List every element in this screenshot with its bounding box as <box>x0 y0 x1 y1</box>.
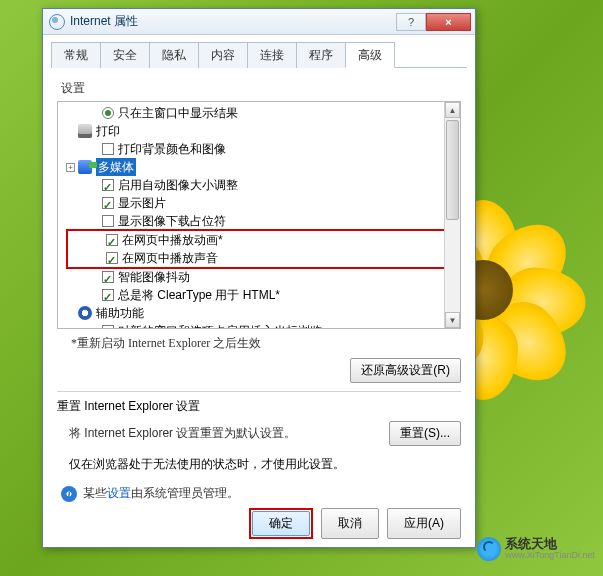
checkbox-auto-resize[interactable] <box>102 179 114 191</box>
info-post: 由系统管理员管理。 <box>131 486 239 500</box>
checkbox-placeholder[interactable] <box>102 215 114 227</box>
restart-note: *重新启动 Internet Explorer 之后生效 <box>71 335 461 352</box>
close-button[interactable]: × <box>426 13 471 31</box>
reset-button[interactable]: 重置(S)... <box>389 421 461 446</box>
scroll-down[interactable]: ▼ <box>445 312 460 328</box>
dialog-buttons: 确定 取消 应用(A) <box>249 508 461 539</box>
item-placeholder[interactable]: 显示图像下载占位符 <box>118 212 226 230</box>
cat-print[interactable]: 打印 <box>96 122 120 140</box>
apply-button[interactable]: 应用(A) <box>387 508 461 539</box>
item-print-bg[interactable]: 打印背景颜色和图像 <box>118 140 226 158</box>
checkbox-play-anim[interactable] <box>106 234 118 246</box>
accessibility-icon <box>78 306 92 320</box>
cat-accessibility[interactable]: 辅助功能 <box>96 304 144 322</box>
watermark-logo-icon <box>477 537 501 561</box>
tab-advanced[interactable]: 高级 <box>345 42 395 68</box>
watermark-title: 系统天地 <box>505 537 595 551</box>
scroll-up[interactable]: ▲ <box>445 102 460 118</box>
tab-strip: 常规 安全 隐私 内容 连接 程序 高级 <box>51 41 467 68</box>
item-cleartype[interactable]: 总是将 ClearType 用于 HTML* <box>118 286 280 304</box>
tab-content[interactable]: 内容 <box>198 42 248 68</box>
cancel-button[interactable]: 取消 <box>321 508 379 539</box>
separator <box>57 391 461 392</box>
checkbox-cursor[interactable] <box>102 325 114 329</box>
radio-icon[interactable] <box>102 107 114 119</box>
printer-icon <box>78 124 92 138</box>
admin-info: i 某些设置由系统管理员管理。 <box>57 485 461 502</box>
watermark-url: www.XiTongTianDi.net <box>505 551 595 561</box>
tab-security[interactable]: 安全 <box>100 42 150 68</box>
checkbox-cleartype[interactable] <box>102 289 114 301</box>
checkbox-smart-dither[interactable] <box>102 271 114 283</box>
item-play-sound[interactable]: 在网页中播放声音 <box>122 249 218 267</box>
reset-warning: 仅在浏览器处于无法使用的状态时，才使用此设置。 <box>69 456 461 473</box>
reset-title: 重置 Internet Explorer 设置 <box>57 398 461 415</box>
checkbox-play-sound[interactable] <box>106 252 118 264</box>
ie-icon <box>49 14 65 30</box>
internet-properties-dialog: Internet 属性 ? × 常规 安全 隐私 内容 连接 程序 高级 设置 … <box>42 8 476 548</box>
info-link[interactable]: 设置 <box>107 486 131 500</box>
expander-icon[interactable]: + <box>66 163 75 172</box>
tab-connections[interactable]: 连接 <box>247 42 297 68</box>
scrollbar[interactable]: ▲ ▼ <box>444 102 460 328</box>
ok-button[interactable]: 确定 <box>252 511 310 536</box>
checkbox-print-bg[interactable] <box>102 143 114 155</box>
reset-desc: 将 Internet Explorer 设置重置为默认设置。 <box>69 425 296 442</box>
scroll-thumb[interactable] <box>446 120 459 220</box>
advanced-panel: 设置 只在主窗口中显示结果 打印 打印背景颜色和图像 +多媒体 启用自动图像大小… <box>43 68 475 510</box>
item-play-anim[interactable]: 在网页中播放动画* <box>122 231 223 249</box>
watermark: 系统天地 www.XiTongTianDi.net <box>477 537 595 561</box>
item-smart-dither[interactable]: 智能图像抖动 <box>118 268 190 286</box>
tab-privacy[interactable]: 隐私 <box>149 42 199 68</box>
tab-general[interactable]: 常规 <box>51 42 101 68</box>
item-show-main[interactable]: 只在主窗口中显示结果 <box>118 104 238 122</box>
checkbox-show-img[interactable] <box>102 197 114 209</box>
multimedia-icon <box>78 160 92 174</box>
item-cursor[interactable]: 对新的窗口和选项卡启用插入光标浏览 <box>118 322 322 329</box>
settings-label: 设置 <box>61 80 461 97</box>
restore-button[interactable]: 还原高级设置(R) <box>350 358 461 383</box>
titlebar: Internet 属性 ? × <box>43 9 475 35</box>
settings-tree[interactable]: 只在主窗口中显示结果 打印 打印背景颜色和图像 +多媒体 启用自动图像大小调整 … <box>57 101 461 329</box>
cat-multimedia[interactable]: 多媒体 <box>96 158 136 176</box>
info-pre: 某些 <box>83 486 107 500</box>
item-show-img[interactable]: 显示图片 <box>118 194 166 212</box>
help-button[interactable]: ? <box>396 13 426 31</box>
item-auto-resize[interactable]: 启用自动图像大小调整 <box>118 176 238 194</box>
info-icon: i <box>61 486 77 502</box>
tab-programs[interactable]: 程序 <box>296 42 346 68</box>
window-title: Internet 属性 <box>70 13 396 30</box>
